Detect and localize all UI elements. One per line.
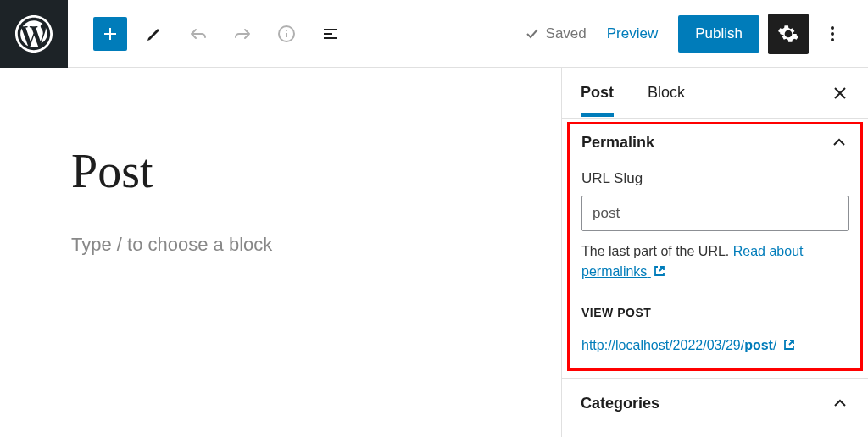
more-options-button[interactable] (817, 14, 848, 54)
sidebar-tabs: Post Block (562, 68, 868, 119)
saved-label: Saved (546, 25, 587, 42)
external-link-icon (653, 264, 666, 278)
url-slug-label: URL Slug (581, 170, 849, 187)
tools-button[interactable] (137, 17, 171, 51)
tab-block[interactable]: Block (648, 69, 685, 117)
view-post-label: VIEW POST (581, 306, 849, 319)
kebab-icon (822, 24, 843, 44)
publish-button[interactable]: Publish (678, 15, 760, 53)
categories-panel-toggle[interactable]: Categories (581, 394, 849, 412)
categories-title: Categories (581, 395, 659, 412)
editor-canvas[interactable]: Post Type / to choose a block (0, 68, 561, 437)
permalink-panel: Permalink URL Slug The last part of the … (567, 122, 863, 371)
tool-right-group: Saved Preview Publish (524, 14, 868, 54)
check-icon (524, 25, 541, 42)
preview-button[interactable]: Preview (595, 25, 670, 42)
outline-button[interactable] (314, 17, 348, 51)
permalink-panel-toggle[interactable]: Permalink (581, 133, 849, 152)
svg-point-5 (831, 38, 834, 41)
close-icon (831, 84, 849, 102)
chevron-up-icon (830, 133, 849, 152)
wp-logo-button[interactable] (0, 0, 68, 68)
block-placeholder[interactable]: Type / to choose a block (71, 234, 490, 256)
tool-left-group (68, 17, 373, 51)
outline-icon (320, 24, 341, 44)
plus-icon (100, 24, 120, 44)
permalink-url-link[interactable]: http://localhost/2022/03/29/post/ (581, 338, 796, 353)
url-slug-input[interactable] (581, 196, 849, 231)
chevron-up-icon (831, 394, 849, 412)
info-icon (276, 24, 297, 44)
slug-help-text: The last part of the URL. Read about per… (581, 241, 849, 282)
svg-point-2 (286, 30, 287, 31)
settings-button[interactable] (768, 14, 809, 54)
redo-icon (232, 24, 253, 44)
tab-post[interactable]: Post (581, 69, 614, 117)
undo-icon (188, 24, 209, 44)
settings-sidebar: Post Block Permalink URL Slug The last p… (561, 68, 868, 437)
info-button[interactable] (270, 17, 303, 51)
post-title[interactable]: Post (71, 144, 490, 198)
undo-button[interactable] (181, 17, 215, 51)
close-sidebar-button[interactable] (831, 84, 849, 102)
redo-button[interactable] (225, 17, 259, 51)
categories-panel: Categories (562, 378, 868, 428)
pencil-icon (144, 24, 164, 44)
external-link-icon (782, 338, 796, 351)
svg-point-4 (831, 32, 834, 36)
editor-topbar: Saved Preview Publish (0, 0, 868, 68)
saved-status: Saved (524, 25, 587, 42)
gear-icon (777, 23, 799, 45)
wordpress-icon (15, 15, 53, 53)
permalink-title: Permalink (581, 134, 654, 152)
add-block-button[interactable] (93, 17, 127, 51)
svg-point-3 (831, 26, 834, 30)
